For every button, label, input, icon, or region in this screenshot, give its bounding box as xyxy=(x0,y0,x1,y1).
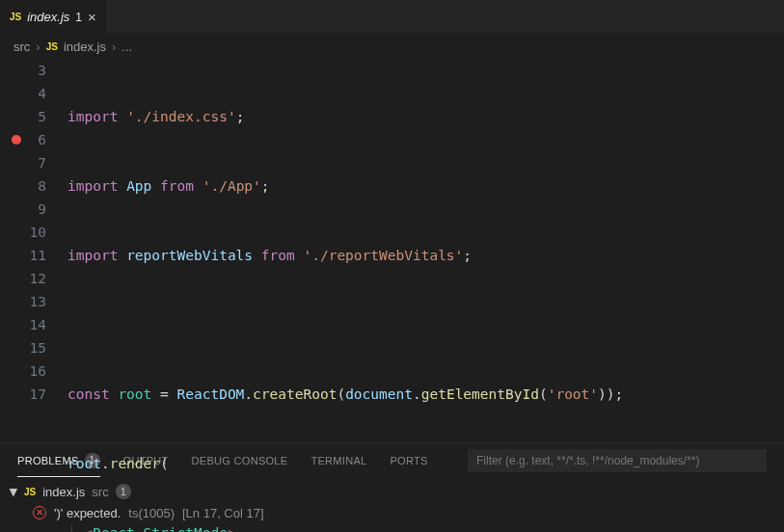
js-file-icon: JS xyxy=(46,41,58,52)
tab-bar: JS index.js 1 × xyxy=(0,0,784,34)
editor-tab-indexjs[interactable]: JS index.js 1 × xyxy=(0,0,106,33)
line-number: 13 xyxy=(0,290,46,313)
chevron-right-icon: › xyxy=(36,40,40,54)
line-number: 8 xyxy=(0,174,46,198)
line-number: 5 xyxy=(0,105,46,128)
tab-filename: index.js xyxy=(27,10,69,24)
line-number: 15 xyxy=(0,336,46,359)
line-number: 9 xyxy=(0,198,46,221)
line-number: 14 xyxy=(0,313,46,336)
line-number: 10 xyxy=(0,221,46,244)
chevron-right-icon: › xyxy=(112,40,116,54)
line-number: 12 xyxy=(0,267,46,290)
js-file-icon: JS xyxy=(24,487,36,497)
breadcrumb-folder: src xyxy=(14,40,30,54)
chevron-down-icon[interactable]: ▶ xyxy=(8,488,20,495)
tab-dirty-badge: 1 xyxy=(75,11,82,24)
line-number: 6 xyxy=(0,128,46,151)
breadcrumb-file: index.js xyxy=(64,40,106,54)
line-number: 4 xyxy=(0,82,46,105)
line-number-gutter: 34567891011121314151617 xyxy=(0,59,68,442)
breadcrumb[interactable]: src › JS index.js › ... xyxy=(0,34,784,59)
code-editor[interactable]: 34567891011121314151617 import './index.… xyxy=(0,59,784,442)
line-number: 16 xyxy=(0,359,46,383)
line-number: 11 xyxy=(0,244,46,267)
error-icon: ✕ xyxy=(33,506,46,519)
breakpoint-error-icon[interactable] xyxy=(12,135,21,145)
line-number: 7 xyxy=(0,151,46,174)
breadcrumb-symbol: ... xyxy=(122,40,132,54)
js-file-icon: JS xyxy=(10,12,21,22)
code-content[interactable]: import './index.css'; import App from '.… xyxy=(68,59,784,442)
line-number: 17 xyxy=(0,383,46,406)
line-number: 3 xyxy=(0,59,46,82)
close-icon[interactable]: × xyxy=(88,10,96,24)
